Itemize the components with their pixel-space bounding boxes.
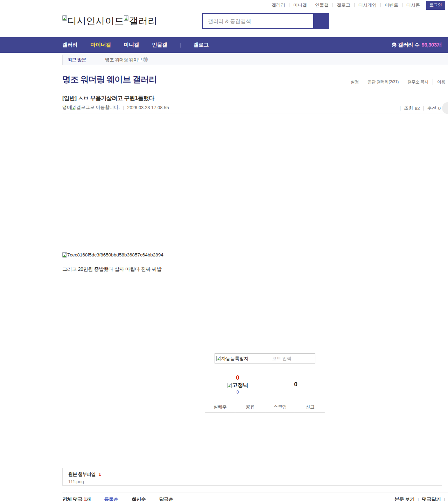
recent-gallery-link[interactable]: 명조 워더링 웨이브 — [105, 57, 142, 63]
nav-item-gallog[interactable]: 갤로그 — [194, 42, 209, 48]
upvote-area[interactable]: 0 고정닉 0 — [215, 368, 260, 401]
attachment-box: 원본 첨부파일 1 111.png — [62, 468, 442, 486]
search-input[interactable] — [202, 13, 313, 29]
broken-image-icon — [71, 105, 76, 110]
vote-top: 0 고정닉 0 0 — [205, 368, 325, 401]
recommend-count: 0 — [438, 106, 441, 111]
share-button[interactable]: 공유 — [235, 401, 265, 412]
separator: | — [400, 106, 401, 111]
post-date: 2026.03.23 17:08:55 — [127, 105, 169, 110]
sort-registered[interactable]: 등록순 — [104, 496, 119, 501]
post-title-text: ㅅㅂ 부옵기살려고 구원1돌했다 — [78, 95, 154, 101]
vote-buttons-row: 실베추 공유 스크랩 신고 — [205, 401, 325, 412]
attachment-filename[interactable]: 111.png — [68, 479, 436, 484]
captcha-image-broken: 자동등록방지 — [215, 355, 248, 362]
search-button[interactable] — [313, 13, 329, 29]
views-label: 조회 — [404, 105, 413, 111]
captcha-code-input[interactable] — [248, 356, 315, 361]
upvote-count[interactable]: 0 — [236, 375, 239, 381]
broken-image-icon — [124, 15, 128, 21]
post-stats: | 조회 82 | 추천 0 | — [397, 105, 448, 111]
toplink-gallog[interactable]: 갤로그 — [333, 3, 355, 7]
nav-divider — [180, 43, 181, 48]
attachment-count: 1 — [99, 472, 101, 477]
recent-visit-bar: 최근 방문 명조 워더링 웨이브 ⓜ — [62, 55, 448, 65]
logo-text-gallery: 갤러리 — [129, 15, 157, 27]
broken-image-icon — [216, 356, 221, 361]
silbechu-button[interactable]: 실베추 — [205, 401, 235, 412]
nav-item-gallery[interactable]: 갤러리 — [62, 42, 78, 48]
broken-image-icon — [62, 15, 67, 21]
gallery-menu-settings[interactable]: 설정 — [351, 79, 363, 85]
gallery-title[interactable]: 명조 워더링 웨이브 갤러리 — [62, 74, 157, 85]
separator: | — [423, 106, 424, 111]
main-nav: 갤러리 마이너갤 미니갤 인물갤 갤로그 총 갤러리 수 93,303개 — [0, 37, 448, 53]
fixed-nick-row: 고정닉 — [227, 382, 248, 389]
gallery-menu-copy-url[interactable]: 갤주소 복사 — [403, 79, 433, 85]
login-button[interactable]: 로그인 — [426, 1, 445, 10]
post-image-alt: 7cec8168f5dc3f8650bbd58b36857c64bb2894 — [67, 252, 163, 257]
logo-text-dcinside: 디시인사이드 — [67, 15, 124, 27]
total-gallery-count: 총 갤러리 수 93,303개 — [392, 37, 442, 53]
toplink-dccon[interactable]: 디시콘 — [402, 3, 424, 7]
separator: | — [123, 105, 124, 110]
nav-item-persongall[interactable]: 인물갤 — [152, 42, 167, 48]
comment-total: 전체 댓글 1개 — [62, 496, 91, 501]
toplink-dcgame[interactable]: 디시게임 — [355, 3, 381, 7]
vote-box: 0 고정닉 0 0 실베추 공유 스크랩 신고 — [205, 368, 325, 413]
views-count: 82 — [415, 106, 420, 111]
site-logo[interactable]: 디시인사이드갤러리 — [62, 15, 157, 27]
captcha-box: 자동등록방지 — [215, 353, 315, 364]
post-byline: 댕미 갤로그로 이동합니다. | 2026.03.23 17:08:55 — [62, 104, 169, 111]
comment-count: 1 — [84, 496, 86, 501]
sort-newest[interactable]: 최신순 — [132, 496, 146, 501]
separator: | — [444, 497, 445, 501]
total-gallery-label: 총 갤러리 수 — [392, 42, 420, 48]
nav-item-minorgall[interactable]: 마이너갤 — [91, 42, 111, 48]
comment-bar-right: 본문 보기 | 댓글닫기 | — [394, 496, 448, 501]
toplink-event[interactable]: 이벤트 — [381, 3, 402, 7]
close-comments-link[interactable]: 댓글닫기 — [422, 496, 441, 501]
captcha-image-alt: 자동등록방지 — [221, 355, 248, 362]
scrap-button[interactable]: 스크랩 — [265, 401, 295, 412]
broken-image-icon — [62, 252, 67, 257]
gallery-menu-related[interactable]: 연관 갤러리(2/31) — [363, 79, 403, 85]
comment-count-suffix: 개 — [86, 496, 91, 501]
downvote-area[interactable]: 0 — [273, 368, 318, 401]
broken-image-icon — [227, 383, 232, 388]
recommend-label: 추천 — [427, 105, 436, 111]
nav-item-minigall[interactable]: 미니갤 — [124, 42, 139, 48]
gallog-link[interactable]: 갤로그로 이동합니다. — [76, 104, 120, 111]
fixed-nick-label: 고정닉 — [232, 382, 248, 389]
report-button[interactable]: 신고 — [295, 401, 325, 412]
post-body-text: 그리고 20만원 증발했다 살자 마렵다 진짜 씨발 — [62, 266, 161, 273]
comment-shortcut-button[interactable] — [442, 102, 448, 114]
sort-reply[interactable]: 답글순 — [159, 496, 174, 501]
total-gallery-number: 93,303개 — [422, 42, 442, 48]
toplink-minigall[interactable]: 미니갤 — [289, 3, 311, 7]
attachment-label: 원본 첨부파일 — [68, 472, 96, 477]
view-post-link[interactable]: 본문 보기 — [394, 496, 414, 501]
post-author[interactable]: 댕미 — [62, 104, 71, 111]
toplink-persongall[interactable]: 인물갤 — [311, 3, 333, 7]
search-box — [202, 13, 329, 29]
post-category: [일반] — [62, 95, 77, 101]
comment-bar: 전체 댓글 1개 등록순 최신순 답글순 본문 보기 | 댓글닫기 | — [62, 493, 448, 501]
toplink-gallery[interactable]: 갤러리 — [268, 3, 289, 7]
post-image-broken: 7cec8168f5dc3f8650bbd58b36857c64bb2894 — [62, 252, 163, 257]
separator: | — [418, 497, 419, 501]
top-utility-bar: 갤러리 미니갤 인물갤 갤로그 디시게임 이벤트 디시콘 로그인 — [0, 0, 448, 10]
post-title: [일반] ㅅㅂ 부옵기살려고 구원1돌했다 — [62, 95, 154, 102]
recent-visit-label[interactable]: 최근 방문 — [68, 57, 86, 63]
minor-gallery-icon: ⓜ — [143, 57, 148, 63]
downvote-count: 0 — [294, 381, 297, 388]
gallery-menu-guide[interactable]: 이용 — [433, 79, 448, 85]
fixed-nick-count: 0 — [237, 390, 239, 395]
comment-total-label: 전체 댓글 — [62, 496, 84, 501]
gallery-menu: 설정 연관 갤러리(2/31) 갤주소 복사 이용 — [351, 79, 448, 85]
post-header-divider — [62, 113, 448, 113]
